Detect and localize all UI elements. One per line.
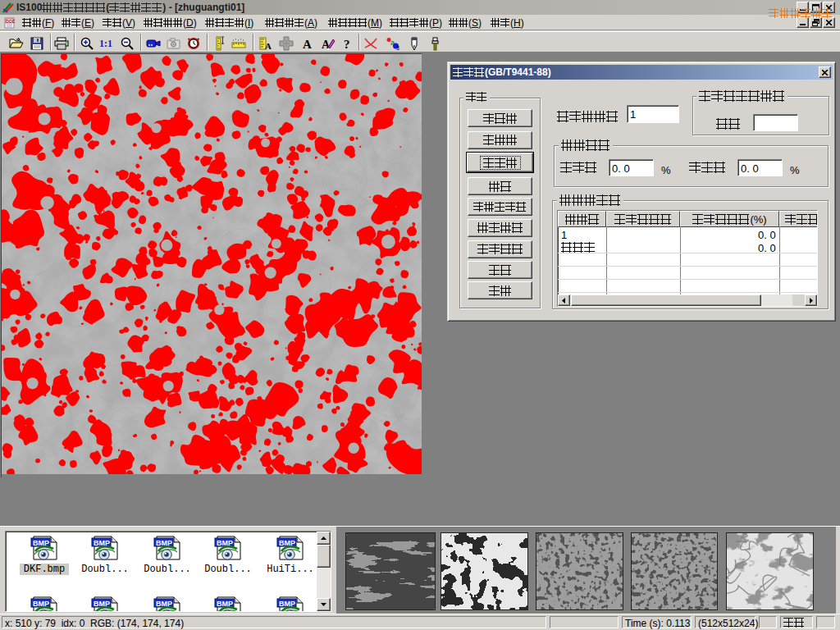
svg-text:3: 3: [396, 45, 399, 50]
svg-text:A: A: [265, 41, 272, 51]
svg-text:A: A: [303, 38, 312, 50]
svg-text:DOC: DOC: [6, 19, 16, 24]
svg-text:1:1: 1:1: [99, 38, 112, 49]
svg-text:?: ?: [344, 38, 350, 50]
